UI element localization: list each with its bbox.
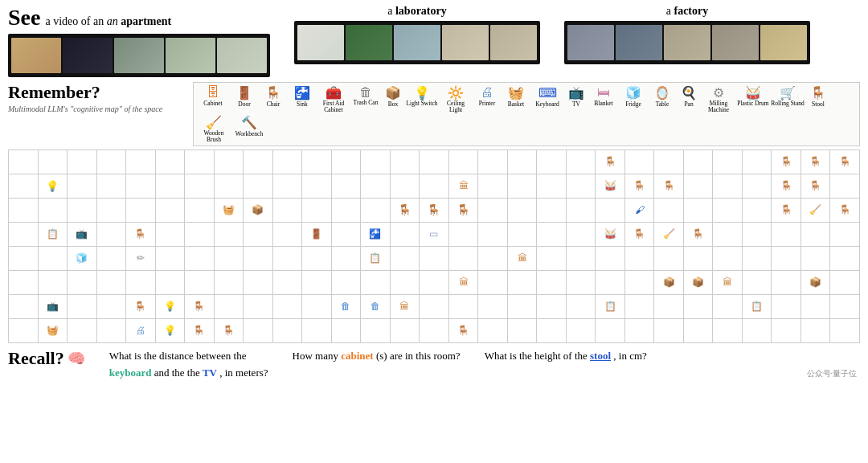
legend-ceiling-light: 🔆 Ceiling Light: [440, 85, 472, 114]
factory-caption: a factory: [666, 5, 708, 18]
legend-first-aid: 🧰 First Aid Cabinet: [317, 85, 350, 114]
legend-rolling-stand: 🛒 Rolling Stand: [771, 85, 805, 107]
legend-door: 🚪 Door: [231, 85, 258, 108]
legend-fridge: 🧊 Fridge: [620, 85, 647, 108]
legend-blanket: 🛏 Blanket: [589, 85, 618, 107]
see-label: See: [8, 5, 40, 31]
watermark: 公众号·量子位: [804, 367, 861, 380]
legend-cabinet: 🗄 Cabinet: [197, 85, 229, 107]
legend-keyboard: ⌨ Keyboard: [531, 85, 563, 108]
legend-chair: 🪑 Chair: [260, 85, 287, 108]
legend-plastic-drum: 🥁 Plastic Drum: [737, 85, 769, 107]
legend-basket: 🧺 Basket: [502, 85, 530, 108]
apartment-caption: a video of an an apartment: [45, 15, 171, 28]
remember-title: Remember?: [8, 82, 185, 103]
legend-box: 📦 Box: [382, 85, 404, 108]
recall-question-1: What is the distance between the keyboar…: [109, 348, 268, 382]
icon-legend: 🗄 Cabinet 🚪 Door 🪑 Chair 🚰 Sink 🧰 First: [193, 82, 860, 146]
legend-printer: 🖨 Printer: [473, 85, 501, 107]
apartment-film-strip[interactable]: [8, 34, 270, 77]
legend-sink: 🚰 Sink: [289, 85, 316, 108]
recall-question-3: What is the height of the stool , in cm?: [485, 348, 647, 365]
legend-pan: 🍳 Pan: [678, 85, 700, 108]
lab-caption: a laboratory: [387, 5, 446, 18]
lab-film-strip[interactable]: [294, 21, 540, 64]
recall-brain-icon: 🧠: [68, 350, 85, 367]
recall-title: Recall?: [8, 348, 64, 369]
legend-workbench: 🔨 Workbench: [232, 115, 266, 137]
legend-tv: 📺 TV: [565, 85, 588, 108]
cognitive-grid-section: 🪑 🪑 🪑 🪑 💡 🏛: [0, 150, 868, 343]
recall-question-2: How many cabinet (s) are in this room?: [293, 348, 461, 365]
cognitive-map-subtitle: Multimodal LLM's "cognitive map" of the …: [8, 104, 185, 113]
legend-table: 🪞 Table: [649, 85, 676, 108]
legend-trash: 🗑 Trash Can: [351, 85, 380, 106]
legend-light-switch: 💡 Light Switch: [406, 85, 438, 107]
legend-stool: 🪑 Stool: [806, 85, 830, 108]
legend-wooden-brush: 🧹 Wooden Brush: [197, 115, 231, 144]
legend-milling: ⚙ Milling Machine: [702, 85, 735, 114]
factory-film-strip[interactable]: [564, 21, 810, 64]
